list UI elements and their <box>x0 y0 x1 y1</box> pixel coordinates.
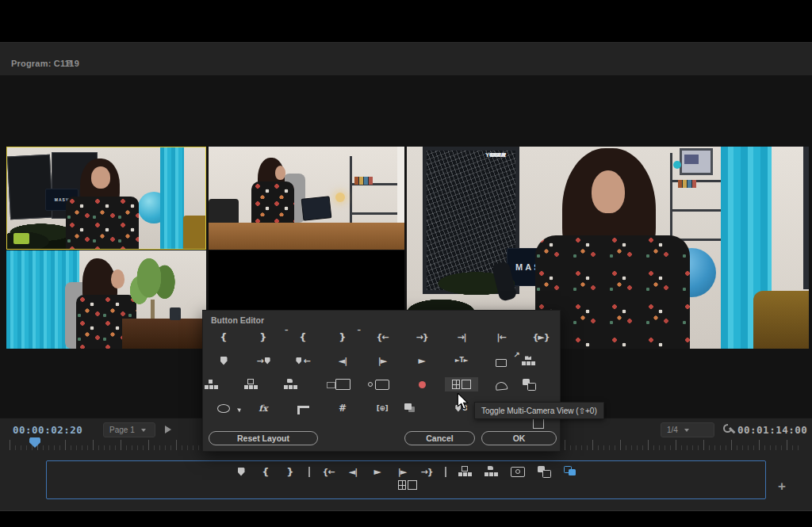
editor-button[interactable]: {►} <box>521 330 561 344</box>
editor-button[interactable] <box>283 401 323 415</box>
transport-button[interactable] <box>562 464 578 479</box>
button-grid-row-2: →←◄||►►►T► <box>204 353 561 377</box>
editor-button[interactable]: fx <box>243 401 283 415</box>
wooden-table <box>753 291 809 349</box>
page-selector-dropdown[interactable]: Page 1 <box>103 422 155 437</box>
panel-menu-icon[interactable]: ≡ <box>67 56 73 68</box>
desk-lamp <box>335 193 345 202</box>
transport-button[interactable] <box>536 464 552 479</box>
books <box>354 177 386 185</box>
transport-button[interactable] <box>234 464 248 479</box>
current-timecode: 00:00:02:20 <box>13 424 82 436</box>
editor-button[interactable] <box>323 377 362 391</box>
editor-button[interactable] <box>204 401 243 415</box>
editor-button[interactable] <box>402 401 442 415</box>
add-button[interactable]: + <box>778 479 786 495</box>
editor-button[interactable] <box>402 377 442 391</box>
desk-cup <box>170 307 181 320</box>
editor-button[interactable]: ► <box>402 353 442 368</box>
presenter-face <box>275 166 285 180</box>
editor-button[interactable]: →| <box>442 330 481 344</box>
editor-button[interactable] <box>521 353 561 368</box>
editor-button[interactable]: { <box>204 330 243 344</box>
transport-button[interactable] <box>458 464 473 479</box>
transport-button[interactable]: →} <box>419 464 434 479</box>
teal-ornament <box>673 161 681 169</box>
camera-3-thumbnail[interactable] <box>6 250 206 349</box>
transport-button[interactable] <box>510 464 526 479</box>
mouse-cursor-icon <box>457 393 469 409</box>
editor-button[interactable]: {← <box>362 330 402 344</box>
button-grid-row-3 <box>204 377 561 401</box>
transport-button[interactable] <box>308 464 311 479</box>
editor-button[interactable]: |► <box>362 353 402 368</box>
transport-button[interactable]: ► <box>370 464 385 479</box>
editor-button[interactable] <box>243 377 283 391</box>
plant-pot <box>13 233 29 244</box>
editor-button[interactable] <box>481 353 521 368</box>
laptop <box>301 196 332 221</box>
editor-button[interactable]: { <box>283 330 323 344</box>
presenter-dress <box>251 181 294 226</box>
editor-button[interactable]: } <box>243 330 283 344</box>
editor-button[interactable] <box>204 377 243 391</box>
cyan-curtain <box>160 147 184 250</box>
editor-button[interactable]: ►T► <box>442 353 481 368</box>
button-editor-dialog: Button Editor {}{}{←→}→||←{►} →←◄||►►►T►… <box>202 310 561 452</box>
tooltip: Toggle Multi-Camera View (⇧+0) <box>474 402 604 419</box>
small-picture-art <box>684 155 699 164</box>
dialog-title: Button Editor <box>211 315 264 325</box>
camera-1-thumbnail[interactable]: MASV <box>6 147 206 250</box>
wooden-desk <box>209 223 404 250</box>
transport-button[interactable]: ◄| <box>346 464 360 479</box>
mustard-chair <box>183 216 206 250</box>
resolution-value: 1/4 <box>667 426 678 434</box>
presenter-face <box>91 166 110 189</box>
ok-button[interactable]: OK <box>481 431 557 445</box>
frame-edge <box>803 147 809 289</box>
wooden-desk <box>122 319 206 349</box>
reset-layout-button[interactable]: Reset Layout <box>209 431 318 445</box>
editor-button[interactable]: → <box>243 353 283 368</box>
play-indicator-icon[interactable] <box>165 426 175 433</box>
program-panel-header: Program: C1119 ≡ <box>0 42 812 76</box>
presenter-face <box>111 269 124 288</box>
page-selector-value: Page 1 <box>109 426 135 434</box>
drag-ghost-square <box>533 418 544 429</box>
bookshelf <box>350 156 404 223</box>
presenter-dress <box>66 197 139 250</box>
button-grid-row-1: {}{}{←→}→||←{►} <box>204 330 561 353</box>
editor-button[interactable]: |← <box>481 330 521 344</box>
transport-button[interactable]: {← <box>321 464 335 479</box>
toggle-multi-camera-view-drop-icon[interactable] <box>398 478 417 492</box>
transport-button[interactable] <box>444 464 447 479</box>
editor-button[interactable] <box>283 377 323 391</box>
books <box>678 180 714 188</box>
playback-resolution-dropdown[interactable]: 1/4 <box>661 422 714 437</box>
transport-button[interactable] <box>484 464 500 479</box>
editor-button[interactable] <box>204 353 243 368</box>
editor-button[interactable]: } <box>323 330 362 344</box>
editor-button[interactable] <box>362 377 402 391</box>
presenter-face <box>592 170 625 213</box>
editor-button[interactable] <box>481 377 521 391</box>
editor-button[interactable]: ◄| <box>323 353 362 368</box>
cancel-button[interactable]: Cancel <box>404 431 475 445</box>
premiere-program-monitor: Program: C1119 ≡ MASV <box>0 0 812 527</box>
editor-button[interactable]: [⊕] <box>362 401 402 415</box>
editor-button[interactable]: # <box>323 401 362 415</box>
settings-wrench-icon[interactable] <box>723 424 734 435</box>
editor-button[interactable]: ← <box>283 353 323 368</box>
duration-timecode: 00:01:14:00 <box>737 424 807 436</box>
transport-button-bar: { } {← ◄| ► |► →} <box>48 464 764 479</box>
editor-button[interactable] <box>442 377 481 391</box>
window-light <box>397 147 404 223</box>
camera-2-thumbnail[interactable] <box>209 147 404 250</box>
transport-button[interactable]: { <box>259 464 273 479</box>
poster-text-line: MAP <box>490 151 507 158</box>
editor-button[interactable] <box>521 377 561 391</box>
transport-button[interactable]: } <box>283 464 297 479</box>
editor-button[interactable]: →} <box>402 330 442 344</box>
transport-button[interactable]: |► <box>395 464 409 479</box>
